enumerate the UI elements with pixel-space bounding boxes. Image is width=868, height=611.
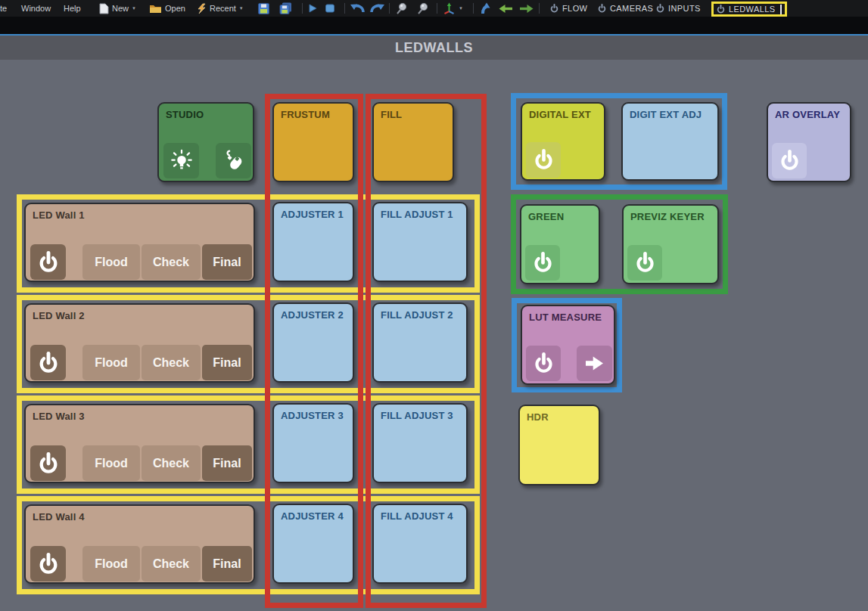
led-wall-3-flood-button[interactable]: Flood (82, 445, 140, 481)
nav-up-button[interactable] (479, 0, 493, 17)
save-button[interactable] (258, 0, 269, 17)
tile-title: LUT MEASURE (522, 306, 614, 323)
axis-gizmo-button[interactable]: ▼ (443, 0, 463, 17)
page-label: LEDWALLS (729, 5, 775, 14)
led-wall-3-check-button[interactable]: Check (142, 445, 201, 481)
tile-led-wall-1[interactable]: LED Wall 1 Flood Check Final (24, 203, 255, 282)
nav-right-button[interactable] (518, 0, 534, 17)
chevron-down-icon[interactable]: ▼ (132, 6, 136, 11)
page-label: CAMERAS (610, 4, 653, 13)
tile-studio[interactable]: STUDIO (157, 102, 254, 182)
zoom-out-icon (394, 2, 408, 15)
save-icon (258, 3, 269, 14)
tile-led-wall-3[interactable]: LED Wall 3 Flood Check Final (24, 404, 255, 483)
page-button-inputs[interactable]: INPUTS (656, 0, 701, 17)
led-wall-4-flood-button[interactable]: Flood (82, 546, 140, 582)
chevron-down-icon[interactable]: ▼ (459, 6, 463, 11)
tile-adjuster-1[interactable]: ADJUSTER 1 (272, 202, 354, 282)
page-button-flow[interactable]: FLOW (550, 0, 587, 17)
nav-left-button[interactable] (499, 0, 514, 17)
zoom-out-button[interactable] (394, 0, 408, 17)
toolbar-substrip (0, 17, 868, 34)
tile-green[interactable]: GREEN (520, 204, 600, 284)
tile-ar-overlay[interactable]: AR OVERLAY (767, 102, 851, 182)
light-bulb-icon (170, 149, 194, 173)
undo-button[interactable] (349, 0, 366, 17)
led-wall-4-check-button[interactable]: Check (142, 546, 201, 582)
tile-fill-adjust-1[interactable]: FILL ADJUST 1 (372, 202, 468, 282)
page-button-cameras[interactable]: CAMERAS (598, 0, 653, 17)
tile-title: FRUSTUM (274, 104, 353, 120)
led-wall-3-final-button[interactable]: Final (202, 445, 252, 481)
save-all-button[interactable] (279, 0, 292, 17)
tile-led-wall-4[interactable]: LED Wall 4 Flood Check Final (24, 504, 255, 584)
led-wall-4-final-button[interactable]: Final (202, 546, 252, 582)
digital-ext-power-button[interactable] (526, 142, 561, 178)
power-icon (531, 251, 555, 274)
app-window: te Window Help New ▼ Open Recent ▼ (0, 0, 868, 611)
tile-adjuster-4[interactable]: ADJUSTER 4 (272, 504, 354, 584)
redo-button[interactable] (369, 0, 386, 17)
led-wall-1-power-button[interactable] (30, 244, 66, 280)
tile-previz-keyer[interactable]: PREVIZ KEYER (622, 204, 719, 284)
menu-item-te[interactable]: te (0, 0, 7, 17)
tile-fill-adjust-2[interactable]: FILL ADJUST 2 (372, 302, 468, 383)
studio-mouse-button[interactable] (216, 143, 251, 178)
tile-fill-adjust-4[interactable]: FILL ADJUST 4 (372, 504, 468, 584)
redo-icon (369, 3, 386, 14)
tile-frustum[interactable]: FRUSTUM (272, 102, 354, 182)
play-button[interactable] (308, 0, 318, 17)
page-title: LEDWALLS (395, 40, 473, 56)
ar-overlay-power-button[interactable] (772, 143, 807, 178)
power-icon (717, 5, 725, 14)
tile-digital-ext[interactable]: DIGITAL EXT (521, 102, 605, 181)
studio-light-button[interactable] (163, 143, 199, 178)
power-icon (36, 250, 61, 274)
led-wall-4-power-button[interactable] (30, 546, 66, 582)
tile-title: GREEN (521, 206, 599, 222)
tile-title: DIGITAL EXT (522, 104, 604, 120)
toolbar-separator (539, 3, 540, 14)
recent-button[interactable]: Recent ▼ (196, 0, 244, 17)
tile-title: LED Wall 1 (26, 204, 254, 221)
led-wall-2-flood-button[interactable]: Flood (82, 345, 140, 380)
previz-keyer-power-button[interactable] (627, 245, 662, 281)
tile-title: FILL (374, 104, 453, 120)
led-wall-1-final-button[interactable]: Final (202, 244, 252, 280)
open-label: Open (165, 4, 185, 13)
stop-button[interactable] (325, 0, 335, 17)
ledwalls-canvas: STUDIO (0, 60, 868, 611)
led-wall-1-check-button[interactable]: Check (142, 244, 201, 280)
page-label: INPUTS (668, 4, 701, 13)
menu-toolbar: te Window Help New ▼ Open Recent ▼ (0, 0, 868, 17)
toolbar-separator (389, 3, 390, 14)
led-wall-2-power-button[interactable] (30, 345, 66, 380)
page-button-ledwalls[interactable]: LEDWALLS (711, 1, 787, 17)
tile-title: ADJUSTER 2 (274, 304, 353, 321)
led-wall-2-check-button[interactable]: Check (142, 345, 201, 380)
tile-title: FILL ADJUST 4 (374, 505, 466, 522)
tile-fill-adjust-3[interactable]: FILL ADJUST 3 (372, 403, 468, 483)
chevron-down-icon[interactable]: ▼ (239, 6, 244, 11)
menu-item-window[interactable]: Window (21, 0, 51, 17)
led-wall-1-flood-button[interactable]: Flood (82, 244, 140, 280)
led-wall-3-power-button[interactable] (30, 445, 66, 481)
lut-measure-next-button[interactable] (577, 346, 612, 381)
open-button[interactable]: Open (149, 0, 185, 17)
green-power-button[interactable] (525, 245, 560, 281)
zoom-in-button[interactable] (415, 0, 429, 17)
tile-title: LED Wall 2 (26, 305, 254, 321)
tile-digit-ext-adj[interactable]: DIGIT EXT ADJ (621, 102, 719, 181)
tile-adjuster-3[interactable]: ADJUSTER 3 (272, 403, 354, 483)
power-icon (778, 149, 801, 172)
tile-adjuster-2[interactable]: ADJUSTER 2 (272, 302, 354, 383)
tile-fill[interactable]: FILL (372, 102, 454, 182)
menu-item-help[interactable]: Help (64, 0, 81, 17)
tile-hdr[interactable]: HDR (518, 405, 600, 485)
tile-led-wall-2[interactable]: LED Wall 2 Flood Check Final (24, 303, 255, 383)
tile-lut-measure[interactable]: LUT MEASURE (521, 305, 615, 385)
new-button[interactable]: New ▼ (99, 0, 136, 17)
new-document-icon (99, 3, 109, 14)
led-wall-2-final-button[interactable]: Final (202, 345, 252, 380)
lut-measure-power-button[interactable] (526, 346, 561, 381)
